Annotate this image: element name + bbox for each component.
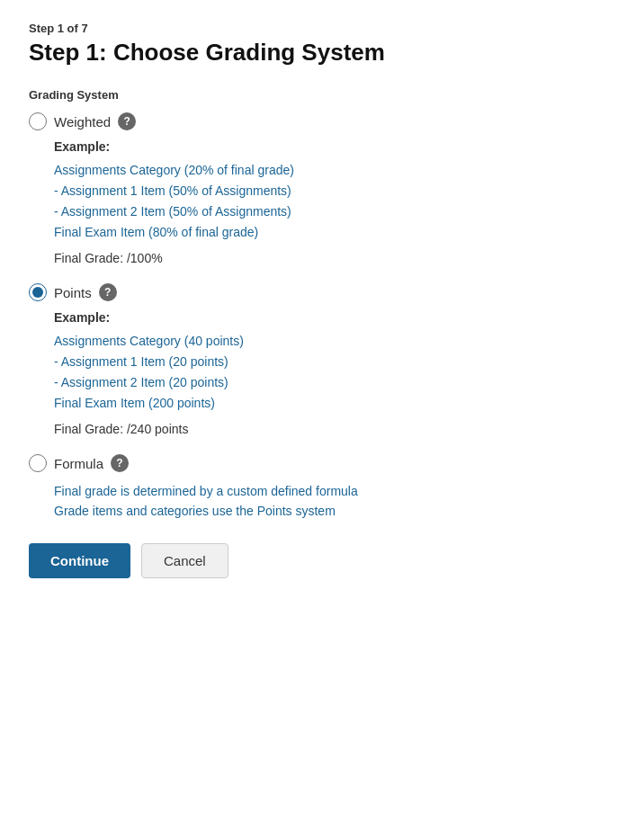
weighted-example-line-3: Final Exam Item (80% of final grade) bbox=[54, 223, 589, 242]
points-example-line-3: Final Exam Item (200 points) bbox=[54, 394, 589, 413]
grading-system-label: Grading System bbox=[29, 88, 589, 102]
formula-label: Formula bbox=[54, 456, 103, 471]
points-label: Points bbox=[54, 285, 92, 300]
points-final-grade: Final Grade: /240 points bbox=[54, 422, 589, 436]
cancel-button[interactable]: Cancel bbox=[141, 543, 228, 578]
points-example-title: Example: bbox=[54, 310, 589, 325]
formula-desc-line-1: Grade items and categories use the Point… bbox=[54, 501, 589, 521]
points-example-line-0: Assignments Category (40 points) bbox=[54, 332, 589, 351]
points-example-line-1: - Assignment 1 Item (20 points) bbox=[54, 353, 589, 371]
points-option-row: Points ? bbox=[29, 283, 589, 301]
points-radio[interactable] bbox=[29, 283, 47, 301]
points-example-block: Example: Assignments Category (40 points… bbox=[54, 310, 589, 436]
weighted-example-line-1: - Assignment 1 Item (50% of Assignments) bbox=[54, 182, 589, 201]
page-container: Step 1 of 7 Step 1: Choose Grading Syste… bbox=[0, 0, 618, 840]
button-row: Continue Cancel bbox=[29, 543, 589, 578]
formula-desc-line-0: Final grade is determined by a custom de… bbox=[54, 481, 589, 501]
points-help-icon[interactable]: ? bbox=[99, 283, 117, 301]
formula-option-row: Formula ? bbox=[29, 454, 589, 472]
step-indicator: Step 1 of 7 bbox=[29, 22, 589, 35]
formula-description: Final grade is determined by a custom de… bbox=[54, 481, 589, 522]
weighted-example-title: Example: bbox=[54, 139, 589, 154]
formula-help-icon[interactable]: ? bbox=[111, 454, 129, 472]
weighted-option-row: Weighted ? bbox=[29, 112, 589, 130]
weighted-radio[interactable] bbox=[29, 112, 47, 130]
weighted-final-grade: Final Grade: /100% bbox=[54, 251, 589, 265]
formula-radio[interactable] bbox=[29, 454, 47, 472]
continue-button[interactable]: Continue bbox=[29, 543, 130, 578]
weighted-example-block: Example: Assignments Category (20% of fi… bbox=[54, 139, 589, 265]
formula-option-section: Formula ? Final grade is determined by a… bbox=[29, 454, 589, 522]
weighted-example-line-2: - Assignment 2 Item (50% of Assignments) bbox=[54, 202, 589, 221]
page-title: Step 1: Choose Grading System bbox=[29, 39, 589, 67]
weighted-help-icon[interactable]: ? bbox=[118, 112, 136, 130]
points-option-section: Points ? Example: Assignments Category (… bbox=[29, 283, 589, 436]
weighted-example-line-0: Assignments Category (20% of final grade… bbox=[54, 161, 589, 180]
weighted-label: Weighted bbox=[54, 114, 111, 130]
weighted-option-section: Weighted ? Example: Assignments Category… bbox=[29, 112, 589, 265]
points-example-line-2: - Assignment 2 Item (20 points) bbox=[54, 373, 589, 392]
